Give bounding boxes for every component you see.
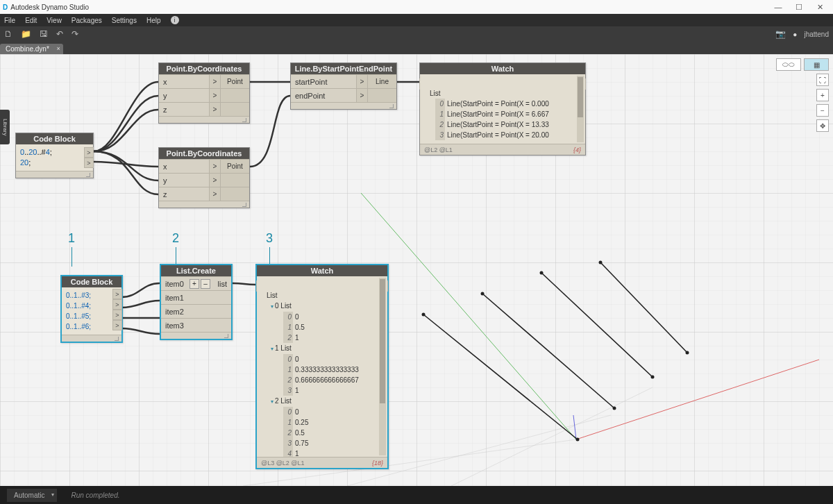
- lacing-chevron-icon[interactable]: >: [356, 75, 367, 88]
- resize-grip[interactable]: [86, 173, 90, 177]
- resize-grip[interactable]: [389, 104, 394, 108]
- svg-point-16: [540, 271, 544, 275]
- zoom-out-button[interactable]: −: [816, 104, 829, 117]
- node-point-bycoordinates-1[interactable]: Point.ByCoordinates x>Point y> z>: [158, 62, 250, 124]
- lacing-chevron-icon[interactable]: >: [209, 187, 220, 201]
- watch-list-header: List: [430, 88, 575, 99]
- node-header[interactable]: List.Create: [161, 265, 231, 276]
- output-port-point[interactable]: Point: [220, 75, 249, 88]
- document-tab-strip: Combine.dyn* ×: [0, 42, 833, 54]
- remove-input-button[interactable]: –: [201, 279, 210, 289]
- lacing-chevron-icon[interactable]: >: [209, 160, 220, 173]
- library-panel-tab[interactable]: Library: [0, 110, 10, 144]
- window-close-button[interactable]: ✕: [809, 3, 830, 12]
- svg-point-15: [613, 407, 616, 410]
- node-code-block-2[interactable]: Code Block 0..1..#3; 0..1..#4; 0..1..#5;…: [60, 275, 123, 343]
- lacing-chevron-icon[interactable]: >: [209, 174, 220, 187]
- info-icon[interactable]: i: [171, 16, 179, 24]
- pan-button[interactable]: ✥: [816, 119, 829, 132]
- node-header[interactable]: Point.ByCoordinates: [159, 148, 249, 159]
- input-port-item2[interactable]: item2: [161, 308, 231, 316]
- input-port-z[interactable]: z: [159, 106, 209, 114]
- node-header[interactable]: Code Block: [16, 133, 93, 144]
- menu-edit[interactable]: Edit: [25, 17, 37, 24]
- input-port-item1[interactable]: item1: [161, 294, 231, 302]
- output-port[interactable]: >: [84, 147, 94, 158]
- output-port[interactable]: >: [84, 158, 94, 168]
- node-list-create[interactable]: List.Create item0 + – list item1 item2 i…: [160, 264, 233, 340]
- output-port[interactable]: >: [112, 289, 122, 299]
- node-header[interactable]: Watch: [257, 265, 387, 276]
- add-input-button[interactable]: +: [190, 279, 199, 289]
- node-code-block-1[interactable]: Code Block 0..20..#4; 20; > >: [15, 133, 94, 178]
- output-port-list[interactable]: list: [214, 280, 231, 288]
- screenshot-icon[interactable]: 📷: [775, 29, 786, 39]
- lacing-chevron-icon[interactable]: >: [209, 89, 220, 102]
- input-port-y[interactable]: y: [159, 176, 209, 185]
- window-minimize-button[interactable]: —: [768, 3, 789, 11]
- user-avatar-icon[interactable]: ●: [793, 31, 797, 38]
- node-header[interactable]: Line.ByStartPointEndPoint: [291, 63, 396, 74]
- watch-levels: @L2 @L1: [424, 146, 453, 153]
- svg-point-14: [481, 292, 485, 296]
- zoom-fit-button[interactable]: ⛶: [816, 74, 829, 86]
- window-maximize-button[interactable]: ☐: [789, 3, 809, 12]
- watch-row: Line(StartPoint = Point(X = 6.667: [447, 110, 549, 118]
- resize-grip[interactable]: [242, 203, 246, 207]
- node-point-bycoordinates-2[interactable]: Point.ByCoordinates x>Point y> z>: [158, 147, 250, 208]
- geometry-link-toggle[interactable]: ⬭⬭: [776, 58, 801, 71]
- run-mode-dropdown[interactable]: Automatic: [7, 489, 57, 502]
- menu-packages[interactable]: Packages: [71, 17, 102, 24]
- background-grid: [0, 54, 833, 486]
- scrollbar[interactable]: [379, 278, 386, 455]
- menu-bar: File Edit View Packages Settings Help i: [0, 14, 833, 26]
- resize-grip[interactable]: [224, 334, 228, 338]
- annotation-1: 1: [68, 231, 75, 267]
- undo-icon[interactable]: ↶: [56, 29, 63, 39]
- menu-help[interactable]: Help: [146, 17, 161, 24]
- input-port-startpoint[interactable]: startPoint: [291, 78, 356, 86]
- code-editor[interactable]: 0..20..#4; 20;: [16, 144, 93, 171]
- node-header[interactable]: Point.ByCoordinates: [159, 63, 249, 74]
- output-port[interactable]: >: [112, 320, 122, 330]
- input-port-item0[interactable]: item0: [161, 280, 188, 288]
- menu-file[interactable]: File: [4, 17, 15, 24]
- document-tab-label: Combine.dyn*: [6, 45, 49, 53]
- zoom-in-button[interactable]: +: [816, 89, 829, 101]
- node-header[interactable]: Watch: [420, 63, 585, 74]
- input-port-x[interactable]: x: [159, 162, 209, 171]
- resize-grip[interactable]: [115, 337, 119, 341]
- svg-point-13: [576, 438, 580, 442]
- workspace-canvas[interactable]: Library ⬭⬭ ▦ ⛶ + − ✥ 1 2 3 Code Block 0.…: [0, 54, 833, 486]
- node-watch-2[interactable]: Watch > > List ▾0 List 00 10.5 21 ▾1 Lis…: [255, 264, 389, 469]
- nav-mode-toggle[interactable]: ▦: [804, 58, 829, 71]
- redo-icon[interactable]: ↷: [71, 29, 78, 39]
- input-port-y[interactable]: y: [159, 92, 209, 100]
- output-port[interactable]: >: [112, 299, 122, 310]
- new-file-icon[interactable]: 🗋: [4, 29, 12, 39]
- input-port-endpoint[interactable]: endPoint: [291, 92, 356, 100]
- lacing-chevron-icon[interactable]: >: [356, 89, 367, 102]
- lacing-chevron-icon[interactable]: >: [209, 75, 220, 88]
- menu-view[interactable]: View: [47, 17, 62, 24]
- user-name[interactable]: jhattend: [804, 31, 829, 38]
- node-header[interactable]: Code Block: [62, 276, 121, 287]
- input-port-z[interactable]: z: [159, 190, 209, 199]
- document-tab[interactable]: Combine.dyn* ×: [0, 44, 63, 54]
- watch-count: {18}: [372, 460, 383, 467]
- output-port-point[interactable]: Point: [220, 160, 249, 173]
- resize-grip[interactable]: [242, 118, 246, 122]
- document-tab-close-icon[interactable]: ×: [57, 45, 60, 52]
- output-port-line[interactable]: Line: [367, 75, 396, 88]
- node-watch-1[interactable]: Watch > > List 0Line(StartPoint = Point(…: [419, 62, 586, 156]
- scrollbar[interactable]: [577, 76, 584, 142]
- svg-point-12: [422, 313, 426, 317]
- node-line-bystartpointendpoint[interactable]: Line.ByStartPointEndPoint startPoint>Lin…: [290, 62, 397, 110]
- input-port-item3[interactable]: item3: [161, 321, 231, 330]
- output-port[interactable]: >: [112, 310, 122, 320]
- save-file-icon[interactable]: 🖫: [40, 29, 48, 39]
- lacing-chevron-icon[interactable]: >: [209, 103, 220, 116]
- open-file-icon[interactable]: 📁: [21, 29, 31, 39]
- input-port-x[interactable]: x: [159, 78, 209, 86]
- menu-settings[interactable]: Settings: [112, 17, 137, 24]
